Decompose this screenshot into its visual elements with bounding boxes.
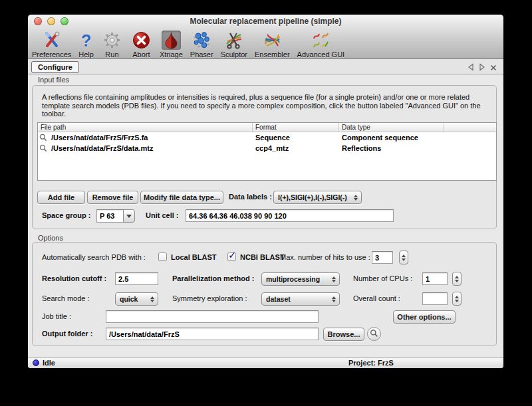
- toolbar-label: Help: [78, 51, 94, 58]
- phaser-molecule-icon: [191, 31, 213, 50]
- ncbi-blast-label: NCBI BLAST: [240, 253, 285, 261]
- unit-cell-label: Unit cell :: [146, 211, 179, 219]
- unit-cell-input[interactable]: [186, 209, 394, 222]
- ncbi-blast-checkbox[interactable]: ✓: [227, 253, 236, 261]
- local-blast-label: Local BLAST: [171, 253, 216, 261]
- parallelization-popup[interactable]: multiprocessing: [261, 272, 340, 286]
- toolbar-label: Advanced GUI: [297, 51, 345, 58]
- space-group-input[interactable]: [96, 209, 124, 223]
- browse-button[interactable]: Browse...: [323, 328, 364, 341]
- data-labels-label: Data labels :: [229, 193, 272, 201]
- tab-bar: Configure: [28, 59, 503, 74]
- toolbar: Preferences ? Help Run: [32, 28, 344, 58]
- add-file-button[interactable]: Add file: [37, 191, 85, 204]
- nav-forward-icon[interactable]: [479, 62, 485, 74]
- popup-arrows-icon: [351, 195, 360, 201]
- chevron-down-icon[interactable]: [123, 209, 135, 223]
- search-mode-value: quick: [116, 295, 148, 303]
- remove-file-button[interactable]: Remove file: [87, 191, 138, 204]
- magnifier-icon[interactable]: [38, 144, 49, 152]
- sculptor-scissors-icon: [223, 31, 245, 50]
- status-bar: Idle Project: FrzS: [28, 357, 503, 368]
- project-label: Project: FrzS: [348, 359, 394, 367]
- max-hits-label: Max. number of hits to use :: [280, 253, 370, 261]
- toolbar-button-preferences[interactable]: Preferences: [32, 31, 71, 58]
- close-tab-icon[interactable]: [490, 62, 497, 74]
- input-files-table[interactable]: File path Format Data type /Users/nat/da…: [37, 122, 497, 181]
- toolbar-button-advanced-gui[interactable]: Advanced GUI: [297, 31, 345, 58]
- toolbar-label: Abort: [132, 51, 150, 58]
- screenshot-stage: Molecular replacement pipeline (simple) …: [0, 0, 532, 406]
- cell-file-path: /Users/nat/data/FrzS/data.mtz: [49, 144, 253, 152]
- output-folder-label: Output folder :: [42, 330, 92, 338]
- advanced-gui-icon: [310, 31, 332, 50]
- data-labels-popup[interactable]: I(+),SIGI(+),I(-),SIGI(-): [273, 191, 362, 204]
- toolbar-label: Ensembler: [255, 51, 290, 58]
- cpus-input[interactable]: [422, 272, 448, 285]
- modify-file-data-type-button[interactable]: Modify file data type...: [140, 191, 223, 204]
- toolbar-button-help[interactable]: ? Help: [78, 31, 94, 58]
- symmetry-popup[interactable]: dataset: [261, 292, 340, 306]
- column-header-file-path[interactable]: File path: [38, 123, 253, 132]
- toolbar-button-sculptor[interactable]: Sculptor: [221, 31, 247, 58]
- max-hits-input[interactable]: [372, 251, 393, 264]
- job-title-input[interactable]: [106, 310, 319, 323]
- ensembler-ribbon-icon: [261, 31, 283, 50]
- local-blast-checkbox[interactable]: [158, 253, 167, 261]
- column-header-format[interactable]: Format: [253, 123, 339, 132]
- data-labels-value: I(+),SIGI(+),I(-),SIGI(-): [274, 193, 351, 201]
- symmetry-label: Symmetry exploration :: [172, 294, 247, 302]
- toolbar-button-phaser[interactable]: Phaser: [190, 31, 213, 58]
- input-files-description: A reflections file containing amplitudes…: [42, 93, 490, 118]
- popup-arrows-icon: [148, 296, 156, 302]
- parallelization-value: multiprocessing: [262, 275, 329, 283]
- output-folder-input[interactable]: [106, 328, 319, 340]
- tab-label: Configure: [38, 63, 72, 71]
- space-group-label: Space group :: [42, 211, 90, 219]
- status-led-icon: [33, 359, 39, 366]
- toolbar-label: Phaser: [190, 51, 213, 58]
- resolution-cutoff-input[interactable]: [115, 272, 158, 285]
- search-mode-popup[interactable]: quick: [115, 292, 158, 306]
- table-row[interactable]: /Users/nat/data/FrzS/FrzS.fa Sequence Co…: [38, 132, 496, 143]
- magnifier-icon[interactable]: [38, 134, 49, 142]
- table-row[interactable]: /Users/nat/data/FrzS/data.mtz ccp4_mtz R…: [38, 143, 496, 153]
- window-title: Molecular replacement pipeline (simple): [28, 17, 503, 26]
- toolbar-button-xtriage[interactable]: Xtriage: [160, 31, 183, 58]
- toolbar-button-abort[interactable]: Abort: [130, 31, 152, 58]
- toolbar-label: Sculptor: [221, 51, 247, 58]
- titlebar[interactable]: Molecular replacement pipeline (simple): [28, 15, 503, 27]
- search-mode-label: Search mode :: [42, 294, 90, 302]
- window-chrome: Molecular replacement pipeline (simple) …: [28, 15, 503, 59]
- overall-count-input[interactable]: [422, 292, 448, 305]
- cpus-label: Number of CPUs :: [353, 274, 412, 282]
- resolution-cutoff-label: Resolution cutoff :: [42, 274, 106, 282]
- input-files-section-label: Input files: [38, 76, 69, 84]
- check-icon: ✓: [228, 249, 237, 261]
- overall-count-label: Overall count :: [353, 294, 400, 302]
- status-text: Idle: [43, 359, 55, 367]
- symmetry-value: dataset: [262, 295, 329, 303]
- search-folder-button[interactable]: [367, 327, 381, 341]
- toolbar-label: Run: [105, 51, 118, 58]
- toolbar-label: Preferences: [32, 51, 71, 58]
- run-gear-icon: [101, 31, 123, 50]
- toolbar-button-run[interactable]: Run: [101, 31, 123, 58]
- space-group-combo[interactable]: [96, 209, 135, 223]
- popup-arrows-icon: [329, 296, 338, 302]
- column-header-data-type[interactable]: Data type: [339, 123, 444, 132]
- other-options-button[interactable]: Other options...: [393, 310, 456, 324]
- table-header-row: File path Format Data type: [38, 123, 496, 132]
- options-groupbox: Automatically search PDB with : Local BL…: [32, 242, 497, 346]
- input-files-groupbox: A reflections file containing amplitudes…: [32, 85, 497, 229]
- cell-format: ccp4_mtz: [253, 144, 339, 152]
- max-hits-stepper[interactable]: [399, 251, 408, 264]
- column-header-empty: [444, 123, 496, 132]
- tab-configure[interactable]: Configure: [31, 61, 79, 73]
- cell-data-type: Component sequence: [339, 134, 496, 142]
- toolbar-button-ensembler[interactable]: Ensembler: [255, 31, 290, 58]
- cell-format: Sequence: [253, 134, 339, 142]
- cpus-stepper[interactable]: [452, 272, 462, 286]
- overall-count-stepper[interactable]: [452, 292, 462, 306]
- nav-back-icon[interactable]: [467, 62, 474, 74]
